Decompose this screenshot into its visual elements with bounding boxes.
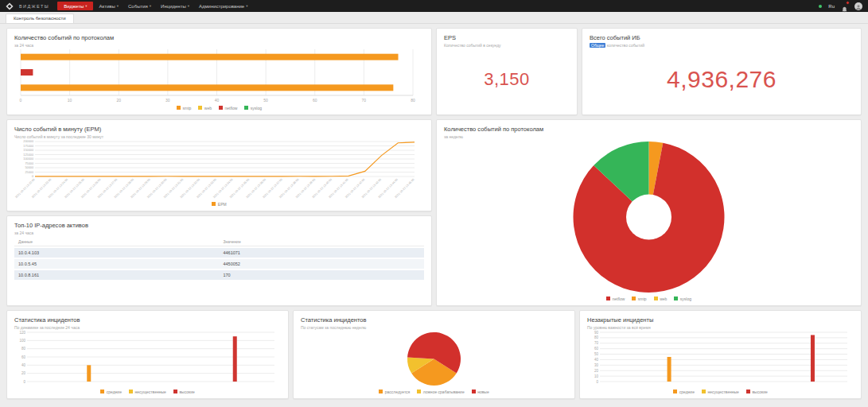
nav-item-widgets[interactable]: Виджеты ▾ — [57, 2, 93, 10]
widget-events-by-protocol-bar: Количество событий по протоколам за 24 ч… — [6, 28, 432, 115]
legend-color-swatch — [129, 390, 133, 393]
svg-text:100: 100 — [19, 338, 25, 342]
svg-text:20: 20 — [21, 371, 26, 375]
svg-text:20: 20 — [116, 98, 121, 103]
table-cell: 10.0.4.103 — [14, 248, 220, 258]
legend-label: расследуется — [385, 390, 411, 394]
chart-svg — [301, 330, 567, 388]
incident-status-pie-chart — [301, 330, 567, 388]
widget-title: EPS — [444, 34, 570, 41]
svg-text:175000: 175000 — [23, 144, 33, 147]
widget-title: Всего событий ИБ — [590, 34, 854, 41]
widget-header: Топ-10 IP-адресов активов за 24 часа — [14, 222, 424, 235]
legend-item: smtp — [177, 106, 191, 110]
svg-text:10: 10 — [594, 374, 599, 378]
svg-text:60: 60 — [313, 98, 317, 103]
table-header-row: ДанныеЗначение — [14, 238, 424, 246]
legend-color-swatch — [632, 297, 636, 300]
legend-label: web — [204, 106, 212, 110]
svg-text:50000: 50000 — [25, 166, 33, 169]
widget-incident-dynamics: Статистика инцидентов По динамике за пос… — [6, 310, 289, 399]
nav-item-label: Администрирование — [199, 4, 244, 9]
nav-item-administration[interactable]: Администрирование ▾ — [195, 2, 251, 10]
widget-title: Статистика инцидентов — [14, 316, 281, 324]
chevron-down-icon: ▾ — [246, 4, 247, 8]
incident-dynamics-bar-chart: 020406080100120 — [14, 330, 281, 388]
table-row[interactable]: 10.0.4.1034461071 — [14, 248, 424, 258]
table-cell: 10.0.5.45 — [14, 259, 220, 269]
svg-text:30: 30 — [594, 362, 599, 366]
legend-color-swatch — [379, 390, 383, 393]
widget-header: Количество событий по протоколам за 24 ч… — [14, 34, 424, 48]
legend-item: smtp — [632, 297, 646, 301]
legend-label: несущественные — [134, 390, 165, 394]
legend-color-swatch — [417, 390, 421, 393]
nav-item-events[interactable]: События ▾ — [124, 2, 155, 10]
legend-label: syslog — [251, 106, 262, 110]
top10-table: ДанныеЗначение10.0.4.103446107110.0.5.45… — [14, 238, 424, 304]
protocols-hbar-chart: 01020304050607080 — [14, 48, 424, 104]
legend-color-swatch — [173, 390, 177, 393]
legend-label: smtp — [638, 297, 647, 301]
legend-color-swatch — [472, 390, 476, 393]
svg-text:120: 120 — [19, 330, 25, 334]
dashboard-grid: Количество событий по протоколам за 24 ч… — [0, 24, 868, 403]
legend-item: средние — [100, 390, 122, 394]
legend-label: несущественные — [707, 390, 738, 394]
widget-subtitle: за 24 часа — [14, 231, 424, 235]
svg-text:200000: 200000 — [23, 140, 33, 143]
nav-item-assets[interactable]: Активы ▾ — [95, 2, 123, 10]
topbar: ВИДЖЕТЫ Виджеты ▾ Активы ▾ События ▾ Инц… — [0, 0, 868, 12]
table-cell: 10.0.8.161 — [14, 270, 220, 280]
widget-header: Статистика инцидентов По статусам за пос… — [301, 316, 567, 330]
legend-item: netflow — [606, 297, 625, 301]
widget-total-events: Всего событий ИБ Общее количество событи… — [582, 28, 862, 115]
table-row[interactable]: 10.0.8.161170 — [14, 270, 424, 280]
widget-events-by-protocol-pie: Количество событий по протоколам за неде… — [436, 119, 862, 306]
legend-color-swatch — [606, 297, 610, 300]
svg-text:125000: 125000 — [23, 153, 33, 156]
app-logo-icon[interactable] — [6, 2, 14, 10]
chart-legend: средниенесущественныевысокие — [587, 387, 854, 396]
legend-item: syslog — [244, 106, 262, 110]
svg-text:25000: 25000 — [25, 170, 33, 173]
widget-title: Незакрытые инциденты — [587, 316, 854, 324]
svg-text:75000: 75000 — [25, 161, 33, 165]
chart-legend: расследуетсяложное срабатываниеновые — [301, 387, 567, 396]
svg-text:40: 40 — [594, 358, 599, 362]
widget-header: Статистика инцидентов По динамике за пос… — [14, 316, 281, 330]
protocols-pie-chart — [444, 139, 854, 295]
legend-label: smtp — [182, 106, 191, 110]
language-switch[interactable]: Ru — [828, 4, 835, 9]
legend-label: syslog — [680, 297, 691, 301]
nav-item-incidents[interactable]: Инциденты ▾ — [157, 2, 193, 10]
widget-incident-status: Статистика инцидентов По статусам за пос… — [293, 310, 575, 399]
svg-text:0: 0 — [20, 98, 22, 103]
tab-security-control[interactable]: Контроль безопасности — [6, 14, 74, 24]
legend-label: netflow — [612, 297, 625, 301]
topbar-right: Ru — [819, 2, 862, 10]
table-row[interactable]: 10.0.5.454450052 — [14, 259, 424, 269]
legend-item: web — [654, 297, 668, 301]
legend-color-swatch — [212, 202, 216, 206]
notifications-bell-icon[interactable] — [841, 2, 848, 10]
svg-text:40: 40 — [21, 362, 26, 366]
open-incidents-bar-chart: 0102030405060708090 — [587, 330, 854, 388]
widget-epm-line: Число событий в минуту (EPM) Число событ… — [6, 119, 432, 211]
svg-text:70: 70 — [594, 341, 599, 345]
user-avatar[interactable] — [854, 2, 862, 10]
legend-label: высокие — [752, 390, 767, 394]
widget-title: Количество событий по протоколам — [14, 34, 424, 41]
legend-color-swatch — [673, 390, 677, 393]
legend-color-swatch — [198, 106, 202, 110]
chart-legend: netflowsmtpwebsyslog — [444, 294, 854, 303]
legend-color-swatch — [244, 106, 248, 110]
svg-text:0: 0 — [596, 379, 598, 383]
svg-text:30: 30 — [165, 98, 170, 103]
legend-item: новые — [472, 390, 489, 394]
legend-color-swatch — [177, 106, 181, 110]
legend-label: EPM — [218, 202, 227, 207]
bottom-row: Статистика инцидентов По динамике за пос… — [6, 310, 862, 399]
svg-text:100000: 100000 — [23, 157, 33, 161]
svg-text:90: 90 — [594, 330, 599, 334]
